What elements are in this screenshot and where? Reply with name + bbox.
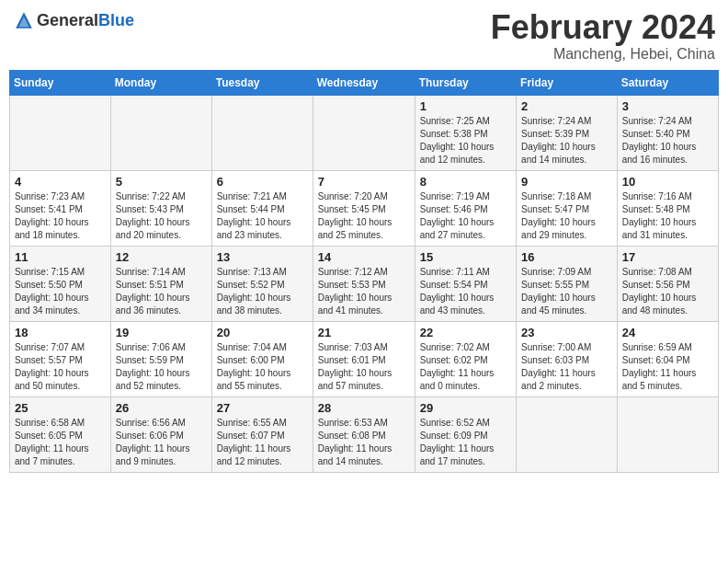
- location-title: Mancheng, Hebei, China: [491, 46, 715, 63]
- day-info: Sunrise: 6:52 AM Sunset: 6:09 PM Dayligh…: [420, 417, 511, 468]
- day-info: Sunrise: 7:18 AM Sunset: 5:47 PM Dayligh…: [521, 190, 612, 242]
- calendar-week-row: 18Sunrise: 7:07 AM Sunset: 5:57 PM Dayli…: [10, 321, 719, 396]
- day-number: 21: [318, 326, 410, 339]
- weekday-header-tuesday: Tuesday: [211, 70, 313, 95]
- calendar-cell: 16Sunrise: 7:09 AM Sunset: 5:55 PM Dayli…: [517, 246, 618, 321]
- month-title: February 2024: [491, 9, 715, 46]
- calendar-cell: 13Sunrise: 7:13 AM Sunset: 5:52 PM Dayli…: [211, 246, 313, 321]
- day-info: Sunrise: 7:07 AM Sunset: 5:57 PM Dayligh…: [15, 341, 106, 393]
- day-number: 18: [15, 326, 106, 339]
- calendar-cell: 26Sunrise: 6:56 AM Sunset: 6:06 PM Dayli…: [110, 396, 211, 472]
- day-number: 2: [521, 99, 612, 113]
- day-number: 6: [217, 175, 308, 189]
- day-info: Sunrise: 7:03 AM Sunset: 6:01 PM Dayligh…: [318, 341, 410, 393]
- title-block: February 2024 Mancheng, Hebei, China: [491, 9, 715, 63]
- calendar-cell: 8Sunrise: 7:19 AM Sunset: 5:46 PM Daylig…: [415, 170, 516, 246]
- day-number: 15: [420, 250, 511, 264]
- day-info: Sunrise: 7:13 AM Sunset: 5:52 PM Dayligh…: [217, 266, 308, 317]
- logo-icon: [13, 9, 35, 31]
- weekday-header-monday: Monday: [110, 70, 211, 95]
- calendar-cell: 2Sunrise: 7:24 AM Sunset: 5:39 PM Daylig…: [517, 95, 618, 170]
- day-info: Sunrise: 7:22 AM Sunset: 5:43 PM Dayligh…: [116, 190, 207, 242]
- calendar-cell: [211, 95, 313, 170]
- calendar-cell: [517, 396, 618, 472]
- day-info: Sunrise: 7:14 AM Sunset: 5:51 PM Dayligh…: [116, 266, 207, 317]
- calendar-cell: 25Sunrise: 6:58 AM Sunset: 6:05 PM Dayli…: [10, 396, 111, 472]
- day-number: 25: [15, 401, 106, 415]
- calendar-cell: 5Sunrise: 7:22 AM Sunset: 5:43 PM Daylig…: [110, 170, 211, 246]
- day-info: Sunrise: 7:08 AM Sunset: 5:56 PM Dayligh…: [622, 266, 713, 317]
- day-number: 23: [521, 326, 612, 339]
- day-number: 24: [622, 326, 713, 339]
- day-number: 9: [521, 175, 612, 189]
- day-number: 8: [420, 175, 511, 189]
- calendar-cell: 6Sunrise: 7:21 AM Sunset: 5:44 PM Daylig…: [211, 170, 313, 246]
- weekday-header-friday: Friday: [517, 70, 618, 95]
- page-header: GeneralBlue February 2024 Mancheng, Hebe…: [9, 9, 719, 63]
- day-info: Sunrise: 6:53 AM Sunset: 6:08 PM Dayligh…: [318, 417, 410, 468]
- logo: GeneralBlue: [13, 9, 134, 31]
- calendar-cell: 27Sunrise: 6:55 AM Sunset: 6:07 PM Dayli…: [211, 396, 313, 472]
- day-number: 5: [116, 175, 207, 189]
- day-info: Sunrise: 7:23 AM Sunset: 5:41 PM Dayligh…: [15, 190, 106, 242]
- day-info: Sunrise: 7:04 AM Sunset: 6:00 PM Dayligh…: [217, 341, 308, 393]
- calendar-cell: 20Sunrise: 7:04 AM Sunset: 6:00 PM Dayli…: [211, 321, 313, 396]
- day-number: 14: [318, 250, 410, 264]
- day-number: 29: [420, 401, 511, 415]
- calendar-cell: 29Sunrise: 6:52 AM Sunset: 6:09 PM Dayli…: [415, 396, 516, 472]
- day-info: Sunrise: 6:59 AM Sunset: 6:04 PM Dayligh…: [622, 341, 713, 393]
- day-info: Sunrise: 7:02 AM Sunset: 6:02 PM Dayligh…: [420, 341, 511, 393]
- calendar-table: SundayMondayTuesdayWednesdayThursdayFrid…: [9, 70, 719, 473]
- day-number: 16: [521, 250, 612, 264]
- calendar-cell: 17Sunrise: 7:08 AM Sunset: 5:56 PM Dayli…: [617, 246, 718, 321]
- calendar-cell: 21Sunrise: 7:03 AM Sunset: 6:01 PM Dayli…: [313, 321, 415, 396]
- logo-text-general: General: [37, 11, 98, 29]
- calendar-week-row: 4Sunrise: 7:23 AM Sunset: 5:41 PM Daylig…: [10, 170, 719, 246]
- day-number: 22: [420, 326, 511, 339]
- weekday-header-row: SundayMondayTuesdayWednesdayThursdayFrid…: [10, 70, 719, 95]
- day-number: 20: [217, 326, 308, 339]
- calendar-cell: 9Sunrise: 7:18 AM Sunset: 5:47 PM Daylig…: [517, 170, 618, 246]
- day-info: Sunrise: 7:24 AM Sunset: 5:40 PM Dayligh…: [622, 115, 713, 167]
- calendar-cell: 7Sunrise: 7:20 AM Sunset: 5:45 PM Daylig…: [313, 170, 415, 246]
- calendar-cell: 24Sunrise: 6:59 AM Sunset: 6:04 PM Dayli…: [617, 321, 718, 396]
- calendar-cell: [617, 396, 718, 472]
- calendar-cell: 3Sunrise: 7:24 AM Sunset: 5:40 PM Daylig…: [617, 95, 718, 170]
- day-number: 11: [15, 250, 106, 264]
- calendar-week-row: 25Sunrise: 6:58 AM Sunset: 6:05 PM Dayli…: [10, 396, 719, 472]
- calendar-cell: 14Sunrise: 7:12 AM Sunset: 5:53 PM Dayli…: [313, 246, 415, 321]
- day-info: Sunrise: 6:58 AM Sunset: 6:05 PM Dayligh…: [15, 417, 106, 468]
- calendar-cell: 23Sunrise: 7:00 AM Sunset: 6:03 PM Dayli…: [517, 321, 618, 396]
- day-info: Sunrise: 7:11 AM Sunset: 5:54 PM Dayligh…: [420, 266, 511, 317]
- day-info: Sunrise: 7:21 AM Sunset: 5:44 PM Dayligh…: [217, 190, 308, 242]
- day-number: 3: [622, 99, 713, 113]
- day-number: 4: [15, 175, 106, 189]
- day-info: Sunrise: 7:09 AM Sunset: 5:55 PM Dayligh…: [521, 266, 612, 317]
- day-number: 10: [622, 175, 713, 189]
- calendar-cell: 18Sunrise: 7:07 AM Sunset: 5:57 PM Dayli…: [10, 321, 111, 396]
- day-number: 13: [217, 250, 308, 264]
- day-info: Sunrise: 7:24 AM Sunset: 5:39 PM Dayligh…: [521, 115, 612, 167]
- weekday-header-thursday: Thursday: [415, 70, 516, 95]
- day-info: Sunrise: 7:12 AM Sunset: 5:53 PM Dayligh…: [318, 266, 410, 317]
- day-number: 1: [420, 99, 511, 113]
- logo-wordmark: GeneralBlue: [37, 11, 134, 30]
- calendar-cell: 22Sunrise: 7:02 AM Sunset: 6:02 PM Dayli…: [415, 321, 516, 396]
- day-info: Sunrise: 7:20 AM Sunset: 5:45 PM Dayligh…: [318, 190, 410, 242]
- day-number: 12: [116, 250, 207, 264]
- day-info: Sunrise: 7:16 AM Sunset: 5:48 PM Dayligh…: [622, 190, 713, 242]
- calendar-cell: 28Sunrise: 6:53 AM Sunset: 6:08 PM Dayli…: [313, 396, 415, 472]
- day-info: Sunrise: 6:55 AM Sunset: 6:07 PM Dayligh…: [217, 417, 308, 468]
- calendar-cell: [110, 95, 211, 170]
- calendar-cell: 4Sunrise: 7:23 AM Sunset: 5:41 PM Daylig…: [10, 170, 111, 246]
- day-number: 26: [116, 401, 207, 415]
- calendar-week-row: 11Sunrise: 7:15 AM Sunset: 5:50 PM Dayli…: [10, 246, 719, 321]
- day-info: Sunrise: 7:00 AM Sunset: 6:03 PM Dayligh…: [521, 341, 612, 393]
- day-number: 28: [318, 401, 410, 415]
- logo-text-blue: Blue: [98, 11, 134, 29]
- day-number: 7: [318, 175, 410, 189]
- calendar-cell: 15Sunrise: 7:11 AM Sunset: 5:54 PM Dayli…: [415, 246, 516, 321]
- weekday-header-saturday: Saturday: [617, 70, 718, 95]
- calendar-cell: 1Sunrise: 7:25 AM Sunset: 5:38 PM Daylig…: [415, 95, 516, 170]
- weekday-header-wednesday: Wednesday: [313, 70, 415, 95]
